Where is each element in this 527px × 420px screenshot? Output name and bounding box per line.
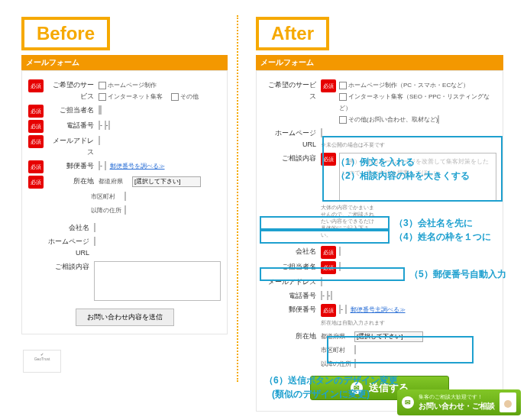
after-heading: After <box>256 17 329 50</box>
company-input[interactable] <box>94 223 95 232</box>
label-address: 所在地 <box>47 176 99 187</box>
annotation: （1）例文を入れる <box>336 156 415 168</box>
required-badge: 必須 <box>28 135 44 148</box>
label-url: ホームページURL <box>42 236 94 259</box>
after-column: After メールフォーム ご希望のサービス必須 ホームページ制作（PC・スマホ… <box>256 17 503 412</box>
submit-button[interactable]: お問い合わせ内容を送信 <box>76 309 174 326</box>
checkbox-option[interactable]: インターネット集客 <box>99 91 163 102</box>
checkbox-option[interactable]: その他 <box>171 91 199 102</box>
required-badge: 必須 <box>321 304 336 317</box>
zip-lookup-link[interactable]: 郵便番号を調べる≫ <box>110 163 165 170</box>
tel-input[interactable] <box>108 121 110 130</box>
zip-input[interactable] <box>339 305 341 314</box>
company-input[interactable] <box>339 247 341 256</box>
mail-input[interactable] <box>321 277 322 286</box>
zip-lookup-link[interactable]: 郵便番号主調べる≫ <box>351 306 406 313</box>
form-title: メールフォーム <box>21 55 228 70</box>
avatar <box>500 393 516 412</box>
rest-input[interactable] <box>354 359 356 368</box>
required-badge: 必須 <box>28 176 44 189</box>
label-mail: メールアドレス <box>47 135 99 158</box>
tel-input[interactable] <box>321 291 322 300</box>
zip-input[interactable] <box>105 161 106 170</box>
pref-select[interactable]: [選択して下さい] <box>132 176 201 187</box>
label-inquiry: ご相談内容 <box>42 261 94 273</box>
tel-input[interactable] <box>331 291 332 300</box>
annotation: (類似のデザインに変更) <box>272 388 370 400</box>
row-service: 必須 ご希望のサービス ホームページ制作 インターネット集客 その他 <box>28 79 221 102</box>
annotation: （4）姓名の枠を１つに <box>394 231 491 243</box>
inquiry-textarea[interactable] <box>94 261 221 301</box>
label-name: ご担当者名 <box>263 261 321 273</box>
comparison-stage: Before メールフォーム 必須 ご希望のサービス ホームページ制作 インター… <box>0 0 527 420</box>
required-badge: 必須 <box>28 105 44 118</box>
required-badge: 必須 <box>321 79 336 92</box>
label-address: 所在地 <box>263 331 321 342</box>
label-company: 会社名 <box>42 222 94 234</box>
required-badge: 必須 <box>28 79 44 92</box>
annotation: （3）会社名を先に <box>394 217 473 229</box>
label-mail: メールアドレス <box>263 276 321 288</box>
label-url: ホームページURL <box>263 128 321 150</box>
tel-input[interactable] <box>99 121 100 130</box>
checkbox-option[interactable]: ホームページ制作 <box>99 79 157 91</box>
mail-input[interactable] <box>99 136 100 145</box>
form-title: メールフォーム <box>256 55 503 70</box>
annotation: （6）送信ボタンのデザイン変更 <box>264 374 398 386</box>
rest-input[interactable] <box>124 205 126 215</box>
required-badge: 必須 <box>321 153 336 166</box>
label-zip: 郵便番号 <box>47 160 99 172</box>
url-input[interactable] <box>321 128 322 137</box>
mail-icon: ✉ <box>402 396 414 409</box>
required-badge: 必須 <box>28 120 44 133</box>
url-input[interactable] <box>94 237 95 246</box>
city-input[interactable] <box>124 192 126 201</box>
pref-select[interactable]: [選択して下さい] <box>354 331 423 342</box>
annotation: （5）郵便番号自動入力 <box>409 268 506 280</box>
name-input[interactable] <box>339 262 341 271</box>
zip-input[interactable] <box>345 305 347 314</box>
required-badge: 必須 <box>321 261 336 274</box>
label-tel: 電話番号 <box>47 120 99 131</box>
other-input[interactable] <box>438 115 439 124</box>
before-column: Before メールフォーム 必須 ご希望のサービス ホームページ制作 インター… <box>21 17 228 334</box>
divider <box>237 15 238 382</box>
checkbox-option[interactable]: その他(お問い合わせ、取材など) <box>339 114 439 125</box>
label-tel: 電話番号 <box>263 290 321 302</box>
label-service: ご希望のサービス <box>47 79 99 102</box>
ssl-seal: ✔GeoTrust <box>23 350 61 373</box>
annotation: （2）相談内容の枠を大きくする <box>336 170 470 182</box>
contact-button[interactable]: ✉ 集客のご相談大歓迎です！お問い合わせ・ご相談 <box>397 389 521 415</box>
label-inquiry: ご相談内容 <box>263 153 321 164</box>
tel-input[interactable] <box>105 121 106 130</box>
label-zip: 郵便番号 <box>263 304 321 315</box>
before-form: 必須 ご希望のサービス ホームページ制作 インターネット集客 その他 必須ご担当… <box>21 70 228 334</box>
label-company: 会社名 <box>263 246 321 257</box>
label-service: ご希望のサービス <box>263 79 321 102</box>
required-badge: 必須 <box>28 160 44 173</box>
checkbox-option[interactable]: インターネット集客（SEO・PPC・リスティングなど） <box>339 91 490 114</box>
label-name: ご担当者名 <box>47 105 99 116</box>
zip-input[interactable] <box>99 161 100 170</box>
before-heading: Before <box>21 17 110 50</box>
tel-input[interactable] <box>327 291 328 300</box>
city-input[interactable] <box>354 345 356 354</box>
required-badge: 必須 <box>321 246 336 259</box>
firstname-input[interactable] <box>100 105 102 115</box>
checkbox-option[interactable]: ホームページ制作（PC・スマホ・ECなど） <box>339 79 469 91</box>
